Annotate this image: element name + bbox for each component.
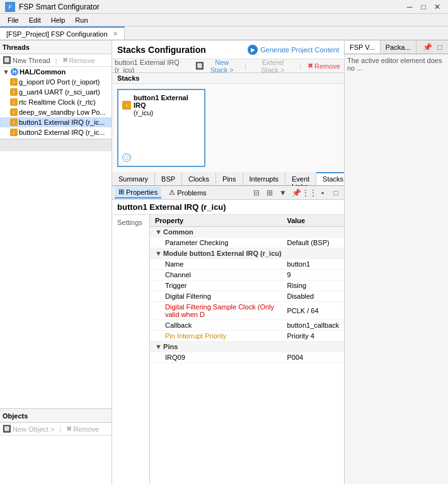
maximize-button[interactable]: □ <box>418 1 429 13</box>
col-value: Value <box>282 215 344 227</box>
val-trigger[interactable]: Rising <box>282 280 344 291</box>
prop-callback: Callback <box>150 320 282 331</box>
tree-item-button2[interactable]: i button2 External IRQ (r_ic... <box>0 127 112 137</box>
far-right-controls: 📌 □ <box>422 40 448 54</box>
menu-help[interactable]: Help <box>46 15 71 25</box>
val-irq09[interactable]: P004 <box>282 352 344 363</box>
deep-sw-label: deep_sw_standby Low Po... <box>19 108 106 116</box>
stack-block-button1[interactable]: i button1 External IRQ (r_icu) ⓘ <box>117 89 205 167</box>
props-copy-btn[interactable]: ⋮⋮ <box>304 187 315 199</box>
table-row: Parameter Checking Default (BSP) <box>150 238 344 248</box>
stacks-header: button1 External IRQ (r_icu) 🔲 New Stack… <box>112 59 344 73</box>
remove-stack-label: Remove <box>314 62 340 70</box>
expand-icon: ▼ <box>3 68 9 76</box>
tree-item-uart[interactable]: i g_uart4 UART (r_sci_uart) <box>0 87 112 97</box>
tab-stacks[interactable]: Stacks <box>316 172 344 185</box>
table-row: Channel 9 <box>150 270 344 280</box>
table-row: Trigger Rising <box>150 280 344 291</box>
scrollbar-placeholder <box>0 139 112 151</box>
prop-name: Name <box>150 259 282 270</box>
table-row: Callback button1_callback <box>150 320 344 331</box>
stacks-content: i button1 External IRQ (r_icu) ⓘ <box>112 84 344 172</box>
remove-thread-label: Remove <box>69 57 95 64</box>
menu-run[interactable]: Run <box>70 15 93 25</box>
properties-tab-icon: ⊞ <box>118 188 124 196</box>
uart-icon: i <box>10 88 18 96</box>
tree-item-button1[interactable]: i button1 External IRQ (r_ic... <box>0 117 112 127</box>
hal-common-group[interactable]: ▼ H HAL/Common <box>0 67 112 77</box>
tab-clocks[interactable]: Clocks <box>182 172 216 185</box>
prop-digital-filtering: Digital Filtering <box>150 291 282 302</box>
new-stack-button[interactable]: 🔲 New Stack > <box>194 59 239 74</box>
val-channel[interactable]: 9 <box>282 270 344 280</box>
props-pin-btn[interactable]: 📌 <box>290 187 302 199</box>
new-thread-button[interactable]: 🔲 New Thread <box>3 56 50 64</box>
objects-header: Objects <box>0 409 112 423</box>
properties-toolbar: ⊞ Properties ⚠ Problems ⊟ ⊞ ▼ 📌 ⋮⋮ ▪ □ <box>112 186 344 200</box>
props-layout-btn1[interactable]: ⊟ <box>251 187 262 199</box>
far-right-content: The active editor element does no ... <box>345 54 448 484</box>
far-right-tab-fsp[interactable]: FSP V... <box>345 40 381 54</box>
generate-project-button[interactable]: ▶ Generate Project Content <box>248 45 339 55</box>
fsp-config-tab-label: [FSP_Project] FSP Configuration <box>6 30 108 38</box>
app-title: FSP Smart Configurator <box>19 3 404 11</box>
table-row: Digital Filtering Disabled <box>150 291 344 302</box>
problems-tab-btn[interactable]: ⚠ Problems <box>165 187 210 198</box>
tree-item-rtc[interactable]: i rtc Realtime Clock (r_rtc) <box>0 97 112 107</box>
group-pins[interactable]: ▼ Pins <box>150 342 344 352</box>
group-common[interactable]: ▼ Common <box>150 227 344 238</box>
prop-channel: Channel <box>150 270 282 280</box>
props-filter-btn[interactable]: ▼ <box>277 187 289 199</box>
remove-stack-button[interactable]: ✖ Remove <box>306 62 342 70</box>
menu-file[interactable]: File <box>3 15 24 25</box>
tab-bsp[interactable]: BSP <box>155 172 182 185</box>
settings-table: Property Value ▼ Common Parameter Checki… <box>150 215 344 484</box>
left-panel: Threads 🔲 New Thread | ✖ Remove ▼ H HAL/… <box>0 40 112 484</box>
tab-pins[interactable]: Pins <box>216 172 243 185</box>
tab-interrupts[interactable]: Interrupts <box>243 172 285 185</box>
tab-event-links[interactable]: Event Links <box>285 172 316 185</box>
props-collapse-btn[interactable]: ▪ <box>317 187 328 199</box>
far-right-maximize-btn[interactable]: □ <box>434 42 445 53</box>
val-digital-filtering[interactable]: Disabled <box>282 291 344 302</box>
far-right-pin-btn[interactable]: 📌 <box>422 42 433 53</box>
extend-stack-button[interactable]: Extend Stack > <box>251 59 294 74</box>
deep-sw-icon: i <box>10 108 18 116</box>
fsp-config-tab[interactable]: [FSP_Project] FSP Configuration ✕ <box>0 26 125 40</box>
far-right-tab-fsp-label: FSP V... <box>350 43 375 51</box>
prop-trigger: Trigger <box>150 280 282 291</box>
tab-summary[interactable]: Summary <box>112 172 155 185</box>
rtc-label: rtc Realtime Clock (r_rtc) <box>19 98 96 106</box>
stacks-source-label: button1 External IRQ (r_icu) <box>115 59 189 74</box>
far-right-tab-package[interactable]: Packa... <box>381 40 416 54</box>
page-title: Stacks Configuration <box>117 45 206 55</box>
tree-item-ioport[interactable]: i g_ioport I/O Port (r_ioport) <box>0 77 112 87</box>
table-header-row: Property Value <box>150 215 344 227</box>
properties-panel: ⊞ Properties ⚠ Problems ⊟ ⊞ ▼ 📌 ⋮⋮ ▪ □ <box>112 186 344 484</box>
menu-edit[interactable]: Edit <box>24 15 46 25</box>
generate-area: Stacks Configuration ▶ Generate Project … <box>112 40 344 59</box>
group-module[interactable]: ▼ Module button1 External IRQ (r_icu) <box>150 248 344 259</box>
val-filtering-clock[interactable]: PCLK / 64 <box>282 302 344 320</box>
threads-toolbar: 🔲 New Thread | ✖ Remove <box>0 54 112 67</box>
props-layout-btn2[interactable]: ⊞ <box>264 187 275 199</box>
properties-tab-btn[interactable]: ⊞ Properties <box>115 187 161 199</box>
val-pin-priority[interactable]: Priority 4 <box>282 331 344 342</box>
threads-header: Threads <box>0 40 112 54</box>
hal-common-label: HAL/Common <box>20 68 66 76</box>
val-name[interactable]: button1 <box>282 259 344 270</box>
val-callback[interactable]: button1_callback <box>282 320 344 331</box>
remove-icon: ✖ <box>62 56 68 64</box>
tree-item-deep-sw[interactable]: i deep_sw_standby Low Po... <box>0 107 112 117</box>
remove-object-button[interactable]: ✖ Remove <box>66 425 99 433</box>
button2-label: button2 External IRQ (r_ic... <box>19 129 105 136</box>
val-parameter-checking[interactable]: Default (BSP) <box>282 238 344 248</box>
minimize-button[interactable]: ─ <box>404 1 415 13</box>
new-thread-label: New Thread <box>13 57 50 64</box>
remove-stack-icon: ✖ <box>307 62 313 70</box>
tab-close-btn[interactable]: ✕ <box>113 30 118 37</box>
new-object-button[interactable]: 🔲 New Object > <box>3 425 54 433</box>
props-maximize-btn[interactable]: □ <box>330 187 342 199</box>
close-button[interactable]: ✕ <box>432 1 443 13</box>
remove-thread-button[interactable]: ✖ Remove <box>62 56 95 64</box>
